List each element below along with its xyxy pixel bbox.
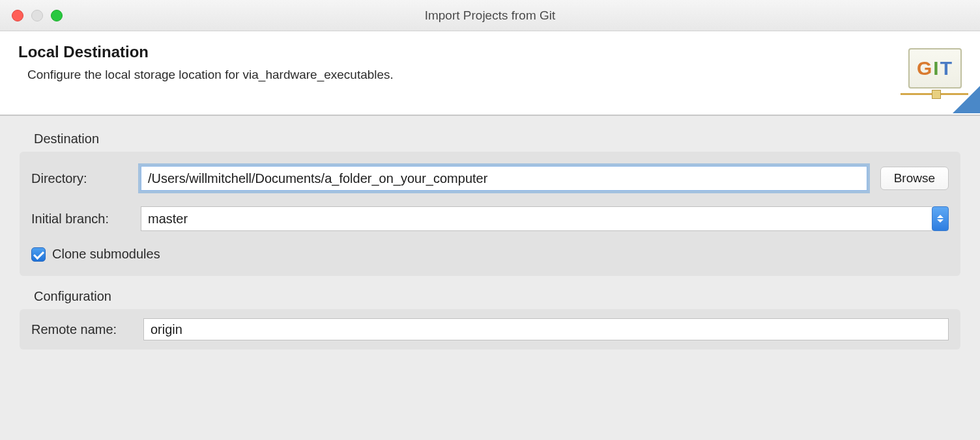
configuration-group-label: Configuration	[20, 289, 960, 304]
remote-name-row: Remote name:	[31, 318, 949, 340]
configuration-group-body: Remote name:	[20, 309, 960, 350]
corner-decoration-icon	[953, 86, 980, 113]
window-title: Import Projects from Git	[425, 8, 556, 23]
browse-button[interactable]: Browse	[880, 167, 949, 190]
close-window-button[interactable]	[12, 10, 23, 21]
directory-input[interactable]	[141, 166, 867, 191]
directory-row: Directory: Browse	[31, 166, 949, 191]
page-title: Local Destination	[18, 43, 962, 61]
git-banner: GIT	[895, 43, 980, 113]
clone-submodules-label: Clone submodules	[52, 247, 160, 262]
destination-group-label: Destination	[20, 131, 960, 146]
page-subtitle: Configure the local storage location for…	[18, 68, 962, 82]
clone-submodules-row: Clone submodules	[31, 247, 949, 262]
initial-branch-input[interactable]	[141, 206, 932, 231]
destination-group: Destination Directory: Browse Initial br…	[20, 131, 960, 276]
remote-name-label: Remote name:	[31, 322, 143, 337]
remote-name-input[interactable]	[143, 318, 949, 340]
initial-branch-row: Initial branch:	[31, 206, 949, 231]
clone-submodules-checkbox[interactable]	[31, 247, 46, 262]
configuration-group: Configuration Remote name:	[20, 289, 960, 350]
dropdown-arrows-icon[interactable]	[932, 206, 949, 231]
initial-branch-label: Initial branch:	[31, 212, 141, 227]
connector-node-icon	[932, 90, 941, 99]
initial-branch-select[interactable]	[141, 206, 949, 231]
wizard-header: Local Destination Configure the local st…	[0, 31, 980, 116]
destination-group-body: Directory: Browse Initial branch: Clone …	[20, 152, 960, 276]
titlebar: Import Projects from Git	[0, 0, 980, 31]
directory-label: Directory:	[31, 171, 141, 186]
window-controls	[0, 10, 63, 21]
maximize-window-button[interactable]	[51, 10, 63, 21]
git-icon: GIT	[908, 48, 962, 89]
minimize-window-button[interactable]	[31, 10, 43, 21]
wizard-content: Destination Directory: Browse Initial br…	[0, 116, 980, 378]
